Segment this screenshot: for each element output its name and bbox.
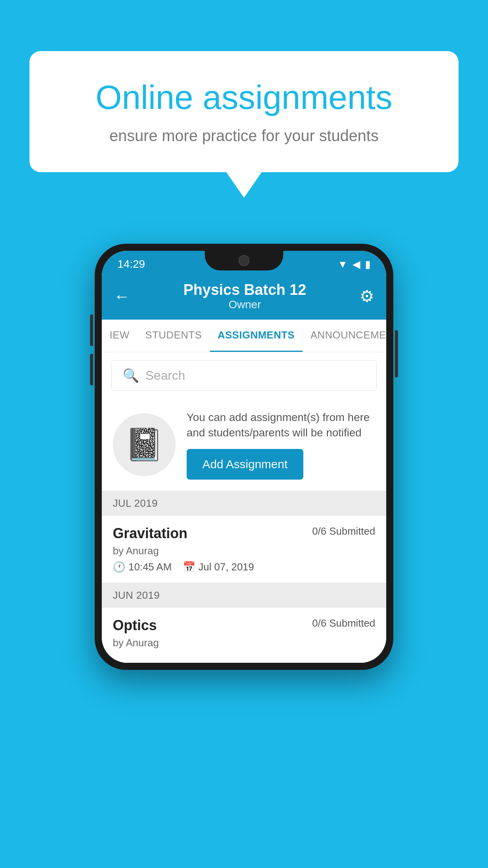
section-header-jul: JUL 2019 bbox=[102, 491, 386, 516]
add-assignment-button[interactable]: Add Assignment bbox=[187, 449, 303, 480]
status-icons: ▼ ◀ ▮ bbox=[338, 258, 371, 270]
assignment-item-optics[interactable]: Optics 0/6 Submitted by Anurag bbox=[102, 608, 386, 663]
section-month-jul: JUL 2019 bbox=[113, 497, 158, 509]
assignment-submitted-optics: 0/6 Submitted bbox=[312, 617, 375, 629]
settings-icon[interactable]: ⚙ bbox=[360, 287, 374, 306]
tab-students[interactable]: STUDENTS bbox=[138, 320, 210, 352]
power-button bbox=[395, 330, 398, 377]
section-header-jun: JUN 2019 bbox=[102, 583, 386, 608]
phone-screen: 14:29 ▼ ◀ ▮ ← Physics Batch 12 Owner ⚙ I… bbox=[102, 251, 386, 663]
tab-announcements[interactable]: ANNOUNCEME bbox=[303, 320, 386, 352]
tabs-bar: IEW STUDENTS ASSIGNMENTS ANNOUNCEME bbox=[102, 320, 386, 352]
assignment-date: 📅 Jul 07, 2019 bbox=[183, 561, 254, 573]
assignment-meta-gravitation: 🕐 10:45 AM 📅 Jul 07, 2019 bbox=[113, 561, 375, 573]
assignment-name-optics: Optics bbox=[113, 617, 157, 634]
notebook-icon: 📓 bbox=[125, 426, 164, 463]
search-box[interactable]: 🔍 Search bbox=[111, 360, 377, 391]
volume-down-button bbox=[90, 354, 93, 385]
add-assignment-description: You can add assignment(s) from here and … bbox=[187, 410, 375, 440]
assignment-by-optics: by Anurag bbox=[113, 637, 375, 649]
speech-bubble-title: Online assignments bbox=[61, 79, 427, 116]
assignment-time-value: 10:45 AM bbox=[128, 561, 172, 573]
assignment-submitted-gravitation: 0/6 Submitted bbox=[312, 525, 375, 537]
tab-iew[interactable]: IEW bbox=[102, 320, 138, 352]
speech-bubble-section: Online assignments ensure more practice … bbox=[29, 51, 459, 198]
front-camera bbox=[238, 255, 250, 266]
phone-notch bbox=[205, 251, 283, 270]
phone-outer-frame: 14:29 ▼ ◀ ▮ ← Physics Batch 12 Owner ⚙ I… bbox=[95, 244, 393, 670]
search-icon: 🔍 bbox=[123, 368, 139, 383]
search-container: 🔍 Search bbox=[102, 352, 386, 399]
app-header: ← Physics Batch 12 Owner ⚙ bbox=[102, 274, 386, 320]
assignment-top-row: Gravitation 0/6 Submitted bbox=[113, 525, 375, 542]
wifi-icon: ▼ bbox=[338, 258, 348, 270]
assignment-date-value: Jul 07, 2019 bbox=[198, 561, 254, 573]
assignment-top-row-optics: Optics 0/6 Submitted bbox=[113, 617, 375, 634]
phone-device: 14:29 ▼ ◀ ▮ ← Physics Batch 12 Owner ⚙ I… bbox=[95, 244, 393, 670]
calendar-icon: 📅 bbox=[183, 561, 195, 573]
section-month-jun: JUN 2019 bbox=[113, 589, 160, 601]
status-time: 14:29 bbox=[117, 258, 145, 270]
signal-icon: ◀ bbox=[352, 258, 360, 270]
assignment-name-gravitation: Gravitation bbox=[113, 525, 187, 542]
add-assignment-right: You can add assignment(s) from here and … bbox=[187, 410, 375, 480]
tab-assignments[interactable]: ASSIGNMENTS bbox=[210, 320, 303, 352]
add-assignment-section: 📓 You can add assignment(s) from here an… bbox=[102, 399, 386, 491]
volume-up-button bbox=[90, 314, 93, 346]
speech-bubble: Online assignments ensure more practice … bbox=[29, 51, 459, 172]
assignment-icon-circle: 📓 bbox=[113, 413, 176, 476]
assignment-time: 🕐 10:45 AM bbox=[113, 561, 172, 573]
clock-icon: 🕐 bbox=[113, 561, 125, 573]
assignment-by-gravitation: by Anurag bbox=[113, 545, 375, 557]
batch-title: Physics Batch 12 bbox=[183, 281, 306, 298]
batch-subtitle: Owner bbox=[183, 298, 306, 311]
battery-icon: ▮ bbox=[365, 258, 371, 270]
speech-bubble-tail bbox=[226, 172, 262, 198]
speech-bubble-subtitle: ensure more practice for your students bbox=[61, 127, 427, 145]
search-placeholder: Search bbox=[145, 368, 185, 383]
assignment-item-gravitation[interactable]: Gravitation 0/6 Submitted by Anurag 🕐 10… bbox=[102, 516, 386, 583]
header-center: Physics Batch 12 Owner bbox=[183, 281, 306, 311]
back-button[interactable]: ← bbox=[114, 287, 130, 306]
